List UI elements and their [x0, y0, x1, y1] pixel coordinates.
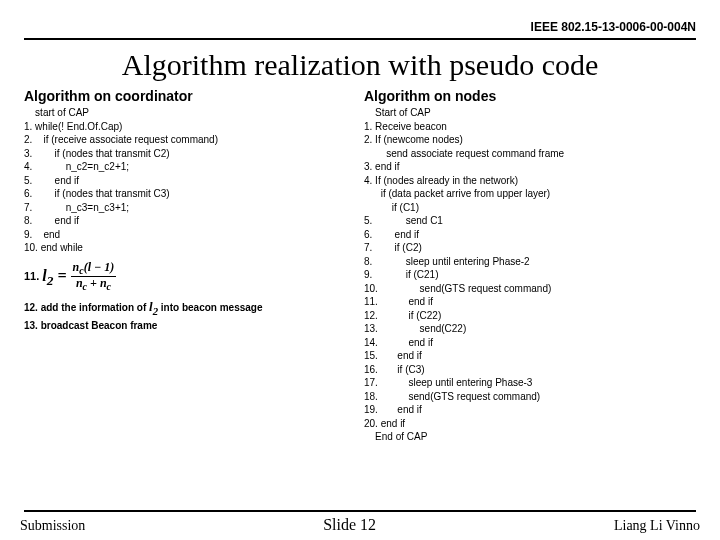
step-11: 11. l2 = nc(l − 1) nc + nc: [24, 261, 356, 293]
fraction: nc(l − 1) nc + nc: [71, 261, 117, 293]
bottom-rule: [24, 510, 696, 512]
top-rule: [24, 38, 696, 40]
left-heading: Algorithm on coordinator: [24, 88, 356, 104]
nodes-code: Start of CAP 1. Receive beacon 2. If (ne…: [364, 106, 696, 444]
page-title: Algorithm realization with pseudo code: [24, 48, 696, 82]
coordinator-code: start of CAP 1. while(! End.Of.Cap) 2. i…: [24, 106, 356, 255]
right-heading: Algorithm on nodes: [364, 88, 696, 104]
step-13: 13. broadcast Beacon frame: [24, 319, 356, 333]
right-column: Algorithm on nodes Start of CAP 1. Recei…: [364, 88, 696, 444]
l2-symbol: l2: [149, 299, 158, 314]
left-column: Algorithm on coordinator start of CAP 1.…: [24, 88, 356, 444]
formula-l2: l2 = nc(l − 1) nc + nc: [42, 261, 116, 293]
step-12: 12. add the information of l2 into beaco…: [24, 298, 356, 319]
footer: Submission Slide 12 Liang Li Vinno: [0, 510, 720, 534]
footer-left: Submission: [20, 518, 85, 534]
content-columns: Algorithm on coordinator start of CAP 1.…: [24, 88, 696, 444]
step-11-label: 11.: [24, 269, 39, 281]
doc-id: IEEE 802.15-13-0006-00-004N: [24, 20, 696, 38]
footer-right: Liang Li Vinno: [614, 518, 700, 534]
slide-number: Slide 12: [323, 516, 376, 534]
